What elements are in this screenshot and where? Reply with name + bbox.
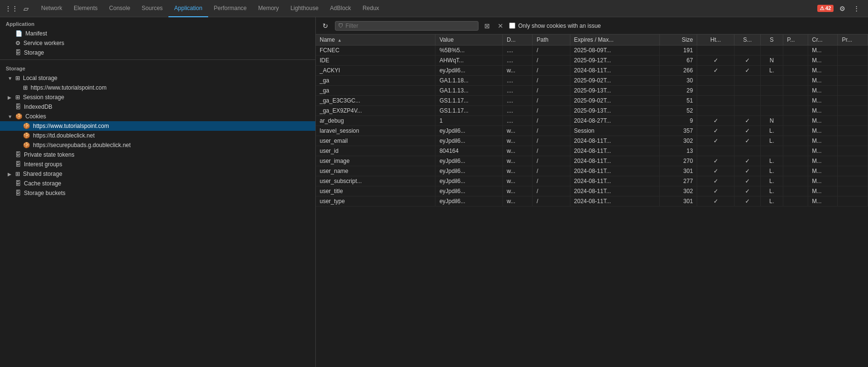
filter-area[interactable]: ⛉: [335, 21, 479, 31]
table-cell: [783, 156, 808, 166]
table-cell: 2024-08-27T...: [570, 116, 659, 126]
tab-adblock[interactable]: AdBlock: [324, 0, 357, 17]
sidebar-item-indexeddb[interactable]: 🗄 IndexedDB: [0, 102, 315, 112]
col-header-path[interactable]: Path: [533, 34, 570, 46]
col-header-name[interactable]: Name ▲: [316, 34, 435, 46]
table-cell: /: [533, 86, 570, 96]
table-row[interactable]: user_nameeyJpdil6...w.../2024-08-11T...3…: [316, 166, 868, 176]
sidebar-item-service-workers[interactable]: ⚙ Service workers: [0, 38, 315, 48]
table-cell: N: [760, 116, 783, 126]
col-header-value[interactable]: Value: [435, 34, 503, 46]
sidebar-label-interest-groups: Interest groups: [24, 161, 62, 168]
table-cell: 357: [659, 126, 697, 136]
table-cell: 302: [659, 136, 697, 146]
sidebar-item-local-storage[interactable]: ⊞ Local storage: [0, 73, 315, 83]
table-row[interactable]: user_subscript...eyJpdil6...w.../2024-08…: [316, 176, 868, 186]
sidebar-item-storage-app[interactable]: 🗄 Storage: [0, 48, 315, 57]
table-cell: 266: [659, 66, 697, 76]
sidebar-item-session-storage[interactable]: ⊞ Session storage: [0, 92, 315, 102]
only-issues-checkbox[interactable]: [509, 23, 515, 29]
table-cell: [783, 86, 808, 96]
table-cell: M...: [808, 146, 837, 156]
sidebar-item-private-state-tokens[interactable]: 🗄 Private state tokens: [0, 150, 315, 160]
table-cell: [783, 96, 808, 106]
table-cell: [838, 76, 868, 86]
table-row[interactable]: user_id804164w.../2024-08-11T...13M...: [316, 146, 868, 156]
cookie-table[interactable]: Name ▲ Value D... Path Expires / Max... …: [316, 34, 868, 367]
table-row[interactable]: ar_debug1..../2024-08-27T...9✓✓NM...: [316, 116, 868, 126]
table-row[interactable]: _gaGA1.1.18......./2025-09-02T...30M...: [316, 76, 868, 86]
sidebar-item-local-storage-url[interactable]: ⊞ https://www.tutorialspoint.com: [0, 83, 315, 92]
col-header-samesite[interactable]: S: [760, 34, 783, 46]
table-cell: M...: [808, 56, 837, 66]
table-row[interactable]: FCNEC%5B%5......./2025-08-09T...191M...: [316, 46, 868, 56]
sidebar-item-cookies-securepub[interactable]: 🍪 https://securepubads.g.doubleclick.net: [0, 140, 315, 150]
table-cell: 191: [659, 46, 697, 56]
table-cell: L.: [760, 136, 783, 146]
table-row[interactable]: user_emaileyJpdil6...w.../2024-08-11T...…: [316, 136, 868, 146]
col-header-size[interactable]: Size: [659, 34, 697, 46]
close-filter-button[interactable]: ✕: [496, 21, 505, 31]
tab-application[interactable]: Application: [168, 0, 208, 17]
table-cell: [838, 136, 868, 146]
table-row[interactable]: user_imageeyJpdil6...w.../2024-08-11T...…: [316, 156, 868, 166]
table-cell: 1: [435, 116, 503, 126]
table-row[interactable]: _ACKYIeyJpdil6...w.../2024-08-11T...266✓…: [316, 66, 868, 76]
tab-performance[interactable]: Performance: [208, 0, 253, 17]
device-icon[interactable]: ▱: [20, 3, 32, 14]
filter-input[interactable]: [345, 23, 475, 29]
sidebar-label-shared-storage: Shared storage: [23, 171, 62, 177]
table-cell: IDE: [316, 56, 435, 66]
col-header-httponly[interactable]: Ht...: [697, 34, 734, 46]
table-cell: [760, 76, 783, 86]
clear-filter-button[interactable]: ⊠: [482, 21, 492, 31]
col-header-priority[interactable]: P...: [783, 34, 808, 46]
table-row[interactable]: IDEAHWqT......./2025-09-12T...67✓✓NM...: [316, 56, 868, 66]
table-cell: [838, 86, 868, 96]
sidebar-item-interest-groups[interactable]: 🗄 Interest groups: [0, 160, 315, 169]
table-row[interactable]: user_typeeyJpdil6...w.../2024-08-11T...3…: [316, 196, 868, 206]
table-cell: [760, 86, 783, 96]
col-header-domain[interactable]: D...: [502, 34, 532, 46]
tab-memory[interactable]: Memory: [253, 0, 285, 17]
table-cell: ....: [502, 86, 532, 96]
sidebar-item-manifest[interactable]: 📄 Manifest: [0, 29, 315, 38]
table-cell: M...: [808, 106, 837, 116]
table-cell: [760, 146, 783, 156]
sidebar-label-cookies-sp: https://securepubads.g.doubleclick.net: [33, 142, 131, 149]
sidebar-item-cookies[interactable]: 🍪 Cookies: [0, 112, 315, 121]
table-cell: ✓: [697, 196, 734, 206]
sidebar-item-shared-storage[interactable]: ⊞ Shared storage: [0, 169, 315, 179]
tab-redux[interactable]: Redux: [357, 0, 385, 17]
tab-elements[interactable]: Elements: [68, 0, 103, 17]
refresh-button[interactable]: ↻: [320, 20, 331, 32]
more-options-icon[interactable]: ⋮: [851, 3, 862, 14]
table-cell: ....: [502, 56, 532, 66]
table-cell: [838, 166, 868, 176]
settings-icon[interactable]: ⚙: [836, 3, 848, 14]
inspect-icon[interactable]: ⋮⋮: [6, 3, 17, 14]
table-cell: M...: [808, 96, 837, 106]
col-header-partition[interactable]: Pr...: [838, 34, 868, 46]
table-cell: user_type: [316, 196, 435, 206]
table-row[interactable]: _gaGA1.1.13......./2025-09-13T...29M...: [316, 86, 868, 96]
table-row[interactable]: user_titleeyJpdil6...w.../2024-08-11T...…: [316, 186, 868, 196]
table-cell: user_image: [316, 156, 435, 166]
sidebar-item-cookies-tutorialspoint[interactable]: 🍪 https://www.tutorialspoint.com: [0, 121, 315, 131]
table-row[interactable]: laravel_sessioneyJpdil6...w.../Session35…: [316, 126, 868, 136]
col-header-expires[interactable]: Expires / Max...: [570, 34, 659, 46]
table-cell: ✓: [697, 166, 734, 176]
sidebar-item-storage-buckets[interactable]: 🗄 Storage buckets: [0, 188, 315, 198]
sidebar-item-cookies-doubleclick[interactable]: 🍪 https://td.doubleclick.net: [0, 131, 315, 140]
tab-lighthouse[interactable]: Lighthouse: [285, 0, 324, 17]
col-header-crosssite[interactable]: Cr...: [808, 34, 837, 46]
col-header-secure[interactable]: S...: [734, 34, 761, 46]
table-row[interactable]: _ga_EX9ZP4V...GS1.1.17......./2025-09-13…: [316, 106, 868, 116]
tab-network[interactable]: Network: [35, 0, 68, 17]
table-cell: w...: [502, 66, 532, 76]
sidebar-item-cache-storage[interactable]: 🗄 Cache storage: [0, 179, 315, 188]
tab-sources[interactable]: Sources: [136, 0, 168, 17]
private-state-tokens-icon: 🗄: [15, 151, 21, 158]
table-row[interactable]: _ga_E3C3GC...GS1.1.17......./2025-09-02T…: [316, 96, 868, 106]
tab-console[interactable]: Console: [103, 0, 136, 17]
